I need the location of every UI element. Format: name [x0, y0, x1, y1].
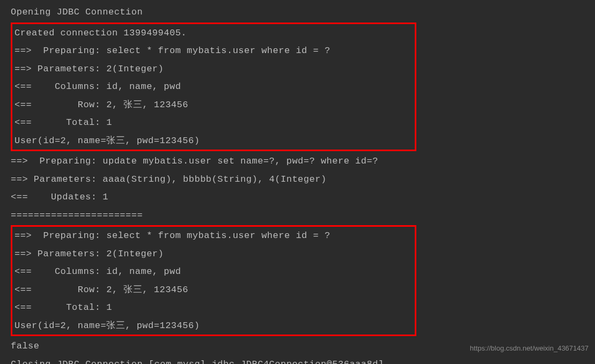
- log-line-opening: Opening JDBC Connection: [11, 3, 584, 21]
- log-line: User(id=2, name=张三, pwd=123456): [14, 132, 413, 150]
- log-line: <== Row: 2, 张三, 123456: [14, 96, 413, 114]
- log-line: ==> Preparing: select * from mybatis.use…: [14, 227, 413, 245]
- console-output: Opening JDBC Connection Created connecti…: [0, 3, 595, 364]
- highlight-box-2: ==> Preparing: select * from mybatis.use…: [11, 225, 416, 336]
- log-line: <== Columns: id, name, pwd: [14, 263, 413, 281]
- watermark-text: https://blog.csdn.net/weixin_43671437: [470, 344, 589, 352]
- log-line: Closing JDBC Connection [com.mysql.jdbc.…: [11, 355, 584, 365]
- log-line: ==> Parameters: 2(Integer): [14, 245, 413, 263]
- log-line: <== Updates: 1: [11, 188, 584, 206]
- highlight-box-1: Created connection 1399499405. ==> Prepa…: [11, 23, 416, 152]
- log-line: Created connection 1399499405.: [14, 24, 413, 42]
- log-line: ==> Parameters: aaaa(String), bbbbb(Stri…: [11, 170, 584, 189]
- log-line: ==> Parameters: 2(Integer): [14, 60, 413, 78]
- log-line: <== Total: 1: [14, 299, 413, 317]
- log-line: User(id=2, name=张三, pwd=123456): [14, 317, 413, 335]
- log-line: =======================: [11, 206, 584, 225]
- log-line: <== Row: 2, 张三, 123456: [14, 281, 413, 299]
- log-line: ==> Preparing: update mybatis.user set n…: [11, 152, 584, 170]
- log-line: <== Total: 1: [14, 114, 413, 132]
- log-line: ==> Preparing: select * from mybatis.use…: [14, 42, 413, 60]
- log-line: <== Columns: id, name, pwd: [14, 78, 413, 96]
